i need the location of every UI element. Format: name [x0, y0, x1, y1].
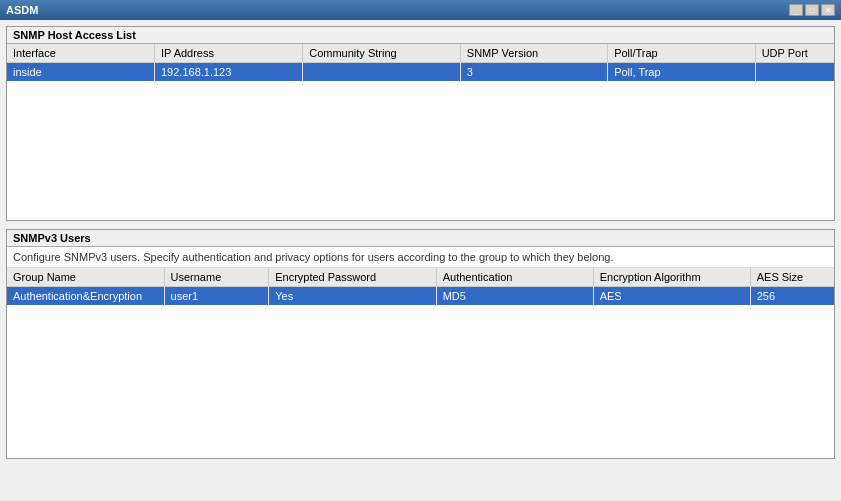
col-username: Username	[164, 268, 269, 287]
maximize-button[interactable]: □	[805, 4, 819, 16]
col-poll-trap: Poll/Trap	[608, 44, 756, 63]
table-row[interactable]: inside192.168.1.1233Poll, Trap	[7, 63, 834, 81]
snmp-host-table: Interface IP Address Community String SN…	[7, 44, 834, 81]
snmpv3-header-row: Group Name Username Encrypted Password A…	[7, 268, 834, 287]
table-cell: 3	[460, 63, 607, 81]
table-cell: MD5	[436, 287, 593, 305]
table-cell: user1	[164, 287, 269, 305]
col-interface: Interface	[7, 44, 154, 63]
col-aes-size: AES Size	[750, 268, 834, 287]
table-cell: 256	[750, 287, 834, 305]
col-encryption-algorithm: Encryption Algorithm	[593, 268, 750, 287]
col-udp-port: UDP Port	[755, 44, 834, 63]
snmpv3-table-wrapper: Group Name Username Encrypted Password A…	[7, 268, 834, 305]
col-community-string: Community String	[303, 44, 461, 63]
snmpv3-section-label: SNMPv3 Users	[7, 230, 834, 247]
table-cell: AES	[593, 287, 750, 305]
snmp-host-table-wrapper: Interface IP Address Community String SN…	[7, 44, 834, 199]
snmp-host-section: SNMP Host Access List Interface IP Addre…	[6, 26, 835, 221]
table-cell	[755, 63, 834, 81]
col-authentication: Authentication	[436, 268, 593, 287]
col-ip-address: IP Address	[154, 44, 302, 63]
table-cell: Poll, Trap	[608, 63, 756, 81]
app-title: ASDM	[6, 4, 38, 16]
table-cell: 192.168.1.123	[154, 63, 302, 81]
col-encrypted-password: Encrypted Password	[269, 268, 436, 287]
col-group-name: Group Name	[7, 268, 164, 287]
title-bar: ASDM _ □ ✕	[0, 0, 841, 20]
snmp-host-section-label: SNMP Host Access List	[7, 27, 834, 44]
window-controls: _ □ ✕	[789, 4, 835, 16]
table-row[interactable]: Authentication&Encryptionuser1YesMD5AES2…	[7, 287, 834, 305]
snmpv3-table: Group Name Username Encrypted Password A…	[7, 268, 834, 305]
minimize-button[interactable]: _	[789, 4, 803, 16]
table-cell	[303, 63, 461, 81]
table-cell: Authentication&Encryption	[7, 287, 164, 305]
snmp-host-header-row: Interface IP Address Community String SN…	[7, 44, 834, 63]
snmpv3-section: SNMPv3 Users Configure SNMPv3 users. Spe…	[6, 229, 835, 459]
table-cell: inside	[7, 63, 154, 81]
snmpv3-description: Configure SNMPv3 users. Specify authenti…	[7, 247, 834, 268]
close-button[interactable]: ✕	[821, 4, 835, 16]
table-cell: Yes	[269, 287, 436, 305]
col-snmp-version: SNMP Version	[460, 44, 607, 63]
main-content: SNMP Host Access List Interface IP Addre…	[0, 20, 841, 501]
